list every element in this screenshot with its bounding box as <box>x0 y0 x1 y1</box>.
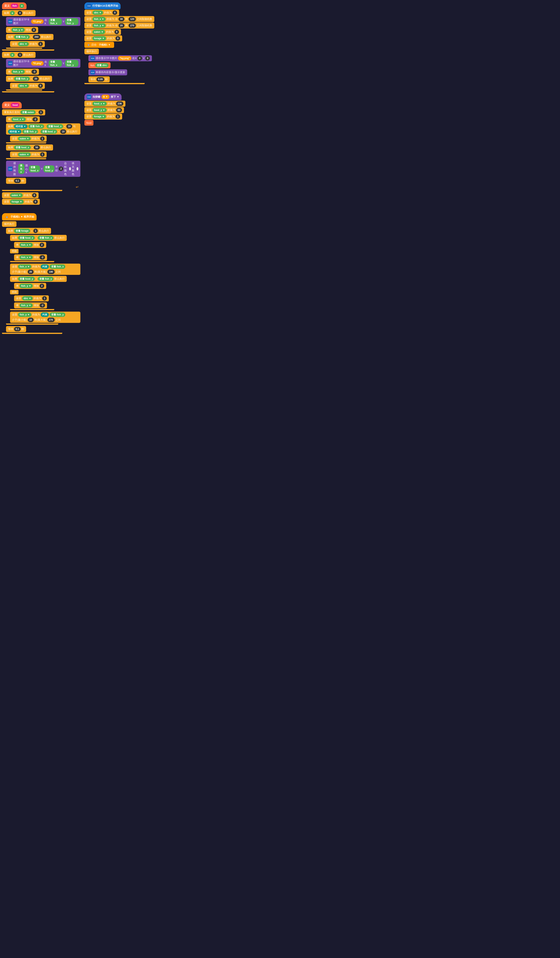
set-dirc-1-inner[interactable]: 设置 dirc ▼ 的值为 1 <box>10 41 45 47</box>
workspace: 定义 fish a 如果 a = 0 那么执行 <box>2 2 558 338</box>
food-name[interactable]: food <box>11 103 19 107</box>
wait-thread-01[interactable]: 等待 0.1 秒 <box>6 326 26 332</box>
set-dirc-1-thread[interactable]: 设置 dirc ▼ 的值为 1 <box>14 295 49 301</box>
add-fishy-2[interactable]: 将 fish_y ▼ 增加 2 <box>14 283 46 289</box>
else-2: 否则 <box>10 290 19 294</box>
k10-icon-3: K10 <box>8 167 13 171</box>
k10-icon-bg: K10 <box>90 56 95 60</box>
main-loop-block: 循环执行 K10 缓存显示TF卡图片 "bg.png" 在X 0 <box>84 48 558 85</box>
fish-name[interactable]: fish <box>11 4 18 8</box>
main-loop-body: K10 缓存显示TF卡图片 "bg.png" 在X 0 Y 0 <box>89 55 558 83</box>
repeat-body: 将 food_x ▼ 增加 -2 如果 绝对值 ▼ 变量 fish_ <box>6 116 80 190</box>
thread-loop[interactable]: 循环执行 <box>2 221 16 227</box>
set-eaten-0-main[interactable]: 设置 eaten ▼ 的值为 0 <box>84 29 121 35</box>
thread-loop-block: 循环执行 如果 变量 forage = 1 那么执行 <box>2 221 80 334</box>
add-fishx-2[interactable]: 将 fish_x ▼ 增加 2 <box>14 242 46 248</box>
set-fish-x-rand[interactable]: 设置 fish_x ▼ 的值为 在 30 和 120 之间取随机数 <box>84 16 154 22</box>
k10-main-icon: K10 <box>87 4 91 8</box>
if-foody-gt-fishy[interactable]: 如果 变量 food_y > 变量 fish_y 那么执行 <box>10 276 67 282</box>
set-eaten-1a[interactable]: 设置 eaten ▼ 的值为 1 <box>10 136 47 142</box>
repeat-until[interactable]: 重复执行直到 变量 eaten = 1 <box>2 109 45 115</box>
k10-icon-2: K10 <box>8 61 13 65</box>
if-food-x-50[interactable]: 如果 变量 food_x < 50 那么执行 <box>6 144 53 151</box>
if-forage-body: 如果 变量 food_x > 变量 fish_x 那么执行 <box>10 235 80 323</box>
if-a0-body: K10 缓存显示TF卡图片 *f1.png* 在X 变量 fish_x Y 变量… <box>6 17 80 49</box>
if-foodx-gt-fishx[interactable]: 如果 变量 food_x > 变量 fish_x 那么执行 <box>10 235 67 241</box>
main-loop[interactable]: 循环执行 <box>84 49 99 54</box>
fish-call-block[interactable]: fish 变量 dirc <box>89 62 111 68</box>
food-call-btn[interactable]: food <box>84 120 94 125</box>
fill-color-swatch[interactable] <box>76 167 78 170</box>
set-food-x-236[interactable]: 设置 food_x ▼ 的值为 236 <box>84 101 125 107</box>
update-display-block[interactable]: K10 将缓存内容显示/显示更新 <box>89 69 127 75</box>
main-hat: K10 行空板K10主程序开始 <box>84 2 121 9</box>
if-forage-1[interactable]: 如果 变量 forage = 1 那么执行 <box>6 228 51 234</box>
add-fish-y-neg3[interactable]: 将 fish_y ▼ 增加 -3 <box>6 69 39 75</box>
left-column: 定义 fish a 如果 a = 0 那么执行 <box>2 2 80 338</box>
display-f2-block[interactable]: K10 缓存显示TF卡图片 *f2.png* 在X 变量 fish_x Y 变量… <box>6 59 80 68</box>
constrain-fishx[interactable]: 设置 fish_x ▼ 的值为 约束 变量 fish_x 介于(最小值) 20 … <box>10 263 80 275</box>
param-a[interactable]: a <box>19 4 24 8</box>
add-fishx-neg2[interactable]: 将 fish_x ▼ 增加 -2 <box>14 254 47 260</box>
if-a-0-block: 如果 a = 0 那么执行 K10 缓存显示TF卡图片 <box>2 10 80 51</box>
if-close-condition[interactable]: 如果 绝对值 ▼ 变量 fish_x - 变量 food_x < 10 与 绝对… <box>6 124 80 135</box>
define-food-label: 定义 <box>5 103 10 107</box>
set-eaten-0[interactable]: 设置 eaten ▼ 的值为 0 <box>2 192 38 198</box>
draw-circle-block[interactable]: K10 缓存画圆 填充 ▼ 圆心X 变量 food_x Y 变量 food_y … <box>6 161 80 177</box>
food-call-label: food <box>86 121 91 124</box>
add-fish-y-3[interactable]: 将 fish_y ▼ 增加 3 <box>6 27 38 33</box>
define-food-section: 定义 food 重复执行直到 变量 eaten = 1 <box>2 102 80 205</box>
wait-food-01[interactable]: 等待 0.1 秒 <box>6 178 26 184</box>
right-column: K10 行空板K10主程序开始 设置 dirc ▼ 的值为 0 <box>84 2 558 338</box>
k10-icon-btn: K10 <box>87 95 91 99</box>
if-fishy-20[interactable]: 如果 变量 fish_y < 20 那么执行 <box>6 76 52 82</box>
define-fish-hat: 定义 fish a <box>2 2 27 9</box>
button-event-section: K10 当按键 B ▼ 按下 ▼ 设置 food_x ▼ 的值为 236 <box>84 94 558 125</box>
set-fish-y-rand[interactable]: 设置 fish_y ▼ 的值为 在 20 和 270 之间取随机数 <box>84 22 154 29</box>
add-food-x[interactable]: 将 food_x ▼ 增加 -2 <box>6 116 40 122</box>
display-bg-block[interactable]: K10 缓存显示TF卡图片 "bg.png" 在X 0 Y 0 <box>89 55 152 61</box>
set-dirc-0-main[interactable]: 设置 dirc ▼ 的值为 0 <box>84 10 119 16</box>
set-forage-1-btn[interactable]: 设置 forage ▼ 的值为 1 <box>84 114 122 119</box>
set-forage-0[interactable]: 设置 forage ▼ 的值为 0 <box>2 199 40 205</box>
constrain-fishy[interactable]: 设置 fish_y ▼ 的值为 约束 变量 fish_y 介于(最小值) 10 … <box>10 312 80 323</box>
thread1-title: 子线程1 ▼ 程序开始 <box>10 215 34 219</box>
if-fishy-260[interactable]: 如果 变量 fish_y > 260 那么执行 <box>6 34 54 40</box>
if-a0-condition[interactable]: 如果 a = 0 那么执行 <box>2 10 36 16</box>
wait-main-005[interactable]: 等待 0.05 秒 <box>89 76 110 82</box>
define-fish-section: 定义 fish a 如果 a = 0 那么执行 <box>2 2 80 93</box>
main-program-section: K10 行空板K10主程序开始 设置 dirc ▼ 的值为 0 <box>84 2 558 85</box>
k10-icon-1: K10 <box>8 19 13 24</box>
thread-loop-body: 如果 变量 forage = 1 那么执行 如果 <box>6 227 80 333</box>
if-a-1-block: 如果 a = 1 那么执行 K10 缓存显示TF卡图片 <box>2 51 80 93</box>
set-dirc-0-inner[interactable]: 设置 dirc ▼ 的值为 0 <box>10 83 45 89</box>
button-hat: K10 当按键 B ▼ 按下 ▼ <box>84 94 122 100</box>
thread1-hat: 🤖 子线程1 ▼ 程序开始 <box>2 213 36 220</box>
set-food-y-60[interactable]: 设置 food_y ▼ 的值为 60 <box>84 107 124 113</box>
set-eaten-1b[interactable]: 设置 eaten ▼ 的值为 1 <box>10 152 47 157</box>
if-a1-body: K10 缓存显示TF卡图片 *f2.png* 在X 变量 fish_x Y 变量… <box>6 59 80 91</box>
define-label: 定义 <box>5 4 10 8</box>
robot-icon-start: 🤖 <box>86 43 90 47</box>
set-forage-0-main[interactable]: 设置 forage ▼ 的值为 0 <box>84 35 122 41</box>
add-fishy-neg2[interactable]: 将 fish_y ▼ 增加 -2 <box>14 302 47 308</box>
display-f1-block[interactable]: K10 缓存显示TF卡图片 *f1.png* 在X 变量 fish_x Y 变量… <box>6 17 80 26</box>
repeat-until-block: 重复执行直到 变量 eaten = 1 将 food_x ▼ 增加 <box>2 109 80 192</box>
main-title: 行空板K10主程序开始 <box>92 4 118 8</box>
start-thread1[interactable]: 🤖 启动 子线程1 ▼ <box>84 42 114 48</box>
border-color-swatch[interactable] <box>69 167 71 170</box>
thread1-section: 🤖 子线程1 ▼ 程序开始 循环执行 <box>2 213 80 334</box>
if-a1-condition[interactable]: 如果 a = 1 那么执行 <box>2 52 36 58</box>
else-1: 否则 <box>10 249 19 253</box>
robot-icon-thread: 🤖 <box>5 214 9 219</box>
k10-icon-update: K10 <box>90 70 95 75</box>
define-food-hat: 定义 food <box>2 102 22 108</box>
